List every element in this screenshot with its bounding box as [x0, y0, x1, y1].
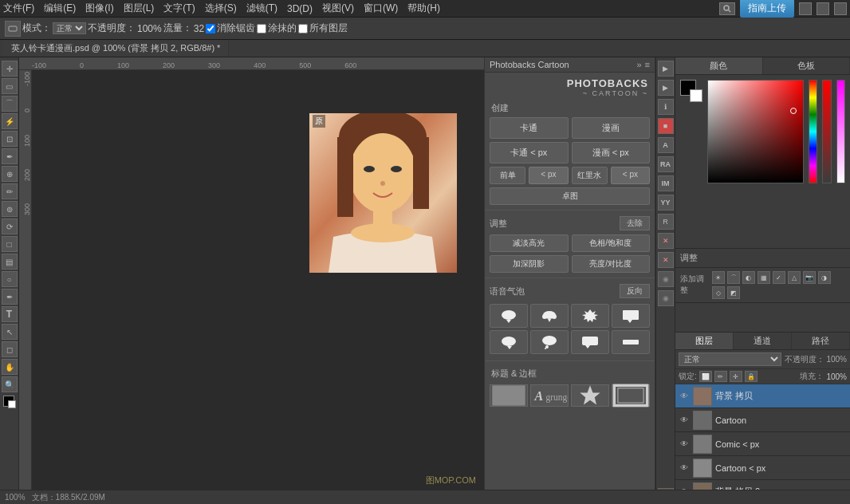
remove-button[interactable]: 去除 — [620, 216, 650, 230]
upload-button[interactable]: 指南上传 — [740, 0, 794, 18]
menu-view[interactable]: 视图(V) — [322, 2, 354, 15]
healing-tool[interactable]: ⊕ — [2, 166, 18, 182]
channels-tab[interactable]: 通道 — [734, 333, 792, 349]
history-tool[interactable]: ⟳ — [2, 219, 18, 234]
triangle-adj-icon[interactable]: △ — [788, 271, 801, 284]
im-btn[interactable]: IM — [658, 175, 674, 191]
gradient-tool[interactable]: ▤ — [2, 254, 18, 270]
dodge-tool[interactable]: ○ — [2, 271, 18, 287]
layer-item-3[interactable]: 👁 Cartoon < px — [675, 456, 850, 480]
eye-icon-0[interactable]: 👁 — [679, 391, 690, 402]
zoom-tool[interactable]: 🔍 — [2, 376, 18, 392]
lock-position-btn[interactable]: ✛ — [730, 371, 742, 382]
menu-select[interactable]: 选择(S) — [205, 2, 237, 15]
red-ink-px-button[interactable]: < px — [611, 167, 650, 184]
border-solid[interactable] — [490, 384, 528, 407]
hue-slider[interactable] — [809, 80, 817, 183]
color-tab[interactable]: 颜色 — [675, 57, 763, 74]
curves-adj-icon[interactable]: ⌒ — [727, 271, 740, 284]
menu-image[interactable]: 图像(I) — [85, 2, 113, 15]
menu-edit[interactable]: 编辑(E) — [44, 2, 76, 15]
plugin-expand[interactable]: » — [636, 60, 641, 69]
reduce-highlight-button[interactable]: 减淡高光 — [490, 234, 569, 252]
eye-icon-3[interactable]: 👁 — [679, 463, 690, 474]
ra-btn[interactable]: RA — [658, 156, 674, 172]
tool-preset[interactable] — [5, 21, 21, 37]
move-tool[interactable]: ✛ — [2, 61, 18, 77]
simple-px-button[interactable]: < px — [529, 167, 568, 184]
all-layers-checkbox[interactable] — [298, 24, 308, 33]
shape-tool[interactable]: ◻ — [2, 341, 18, 357]
bubble-thought[interactable] — [530, 330, 569, 354]
lock-image-btn[interactable]: ✏ — [714, 371, 727, 382]
lasso-tool[interactable]: ⌒ — [2, 96, 18, 112]
lock-all-btn[interactable]: 🔒 — [745, 371, 758, 382]
all-layers-option[interactable]: 所有图层 — [298, 22, 348, 35]
canvas[interactable]: 原 图MOP.COM — [32, 70, 484, 504]
fg-bg-colors[interactable] — [2, 394, 18, 410]
smoothing-checkbox[interactable] — [206, 24, 215, 33]
blend-mode-select[interactable]: 正常 — [53, 22, 86, 34]
color-btn[interactable]: ■ — [658, 118, 674, 134]
menu-filter[interactable]: 滤镜(T) — [246, 2, 277, 15]
clone-tool[interactable]: ⊚ — [2, 201, 18, 217]
maximize-icon[interactable] — [817, 2, 829, 15]
hue-adj-icon[interactable]: ◐ — [742, 271, 755, 284]
pen-tool[interactable]: ✒ — [2, 289, 18, 305]
layer-item-1[interactable]: 👁 Cartoon — [675, 408, 850, 432]
halftone-button[interactable]: 卓图 — [490, 187, 650, 205]
simple-button[interactable]: 前单 — [490, 167, 525, 184]
bubble-rect[interactable] — [612, 304, 650, 328]
red-ink-button[interactable]: 红里水 — [572, 167, 608, 184]
expand-panels-btn[interactable]: ▶ — [658, 61, 674, 77]
close-panel-btn[interactable]: ✕ — [658, 233, 674, 249]
bubble-line[interactable] — [612, 330, 650, 354]
plugin-menu[interactable]: ≡ — [645, 60, 650, 69]
document-tab[interactable]: 英人铃卡通漫画.psd @ 100% (背景 拷贝 2, RGB/8#) * — [3, 41, 229, 56]
cartoon-button[interactable]: 卡通 — [490, 117, 569, 139]
info-btn[interactable]: ℹ — [658, 99, 674, 115]
foreground-background[interactable] — [680, 80, 702, 102]
layers-tab[interactable]: 图层 — [675, 333, 734, 349]
crop-tool[interactable]: ⊡ — [2, 131, 18, 147]
border-burst[interactable] — [571, 384, 609, 407]
border-frame[interactable] — [612, 384, 650, 407]
smoothing-option[interactable]: 消除锯齿 — [206, 22, 255, 35]
bubble-cloud[interactable] — [530, 304, 569, 328]
bubble-round[interactable] — [490, 304, 528, 328]
reverse-button[interactable]: 反向 — [620, 284, 650, 298]
eraser-tool[interactable]: □ — [2, 236, 18, 252]
fill-option[interactable]: 涂抹的 — [257, 22, 297, 35]
color-adj-icon[interactable]: ◇ — [712, 286, 725, 299]
deepen-button[interactable]: 加深阴影 — [490, 255, 569, 273]
brush-tool[interactable]: ✏ — [2, 183, 18, 199]
manga-px-button[interactable]: 漫画 < px — [572, 142, 651, 163]
type-tool[interactable]: T — [2, 306, 18, 322]
bubble-spiky[interactable] — [571, 304, 609, 328]
search-icon[interactable] — [719, 2, 735, 15]
yy-btn[interactable]: YY — [658, 195, 674, 211]
manga-button[interactable]: 漫画 — [572, 117, 651, 139]
marquee-tool[interactable]: ▭ — [2, 78, 18, 94]
cartoon-px-button[interactable]: 卡通 < px — [490, 142, 569, 163]
hand-tool[interactable]: ✋ — [2, 359, 18, 375]
menu-file[interactable]: 文件(F) — [3, 2, 34, 15]
swatches-tab[interactable]: 色板 — [763, 57, 851, 74]
fill-checkbox[interactable] — [257, 24, 266, 33]
menu-help[interactable]: 帮助(H) — [407, 2, 440, 15]
menu-window[interactable]: 窗口(W) — [364, 2, 398, 15]
check-adj-icon[interactable]: ✓ — [773, 271, 785, 284]
menu-layer[interactable]: 图层(L) — [124, 2, 155, 15]
eye-icon-2[interactable]: 👁 — [679, 439, 690, 450]
eyedropper-tool[interactable]: ✒ — [2, 148, 18, 164]
menu-3d[interactable]: 3D(D) — [287, 3, 313, 14]
paths-tab[interactable]: 路径 — [792, 333, 850, 349]
sat-adj-icon[interactable]: ◑ — [818, 271, 831, 284]
bubble-round2[interactable] — [490, 330, 528, 354]
r-btn[interactable]: R — [658, 214, 674, 230]
brightness-adj-icon[interactable]: ☀ — [712, 271, 725, 284]
brightness-button[interactable]: 亮度/对比度 — [572, 255, 651, 273]
magic-wand-tool[interactable]: ⚡ — [2, 113, 18, 129]
path-select-tool[interactable]: ↖ — [2, 324, 18, 340]
background-color[interactable] — [690, 89, 702, 102]
